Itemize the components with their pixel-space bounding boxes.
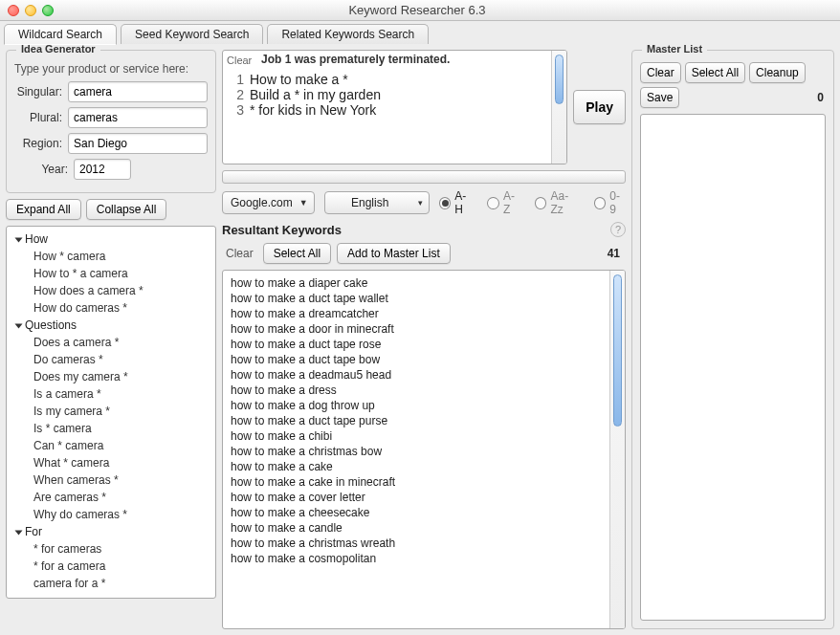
result-item[interactable]: how to make a deadmau5 head <box>231 367 602 383</box>
result-item[interactable]: how to make a candle <box>231 520 602 536</box>
idea-tree[interactable]: HowHow * cameraHow to * a cameraHow does… <box>6 226 216 599</box>
result-item[interactable]: how to make a duct tape purse <box>231 413 602 428</box>
tab-seed-keyword-search[interactable]: Seed Keyword Search <box>121 24 263 44</box>
query-line[interactable]: 1How to make a * <box>223 72 551 87</box>
line-text: * for kids in New York <box>250 102 551 118</box>
minimize-icon[interactable] <box>25 5 36 16</box>
tree-leaf[interactable]: How do cameras * <box>11 299 211 317</box>
tree-leaf[interactable]: Does my camera * <box>11 368 211 385</box>
tree-leaf[interactable]: How * camera <box>11 248 211 265</box>
line-number: 3 <box>223 102 250 118</box>
tab-wildcard-search[interactable]: Wildcard Search <box>4 24 117 45</box>
result-item[interactable]: how to make a christmas wreath <box>231 536 602 551</box>
play-button[interactable]: Play <box>573 90 626 124</box>
tree-leaf[interactable]: Why do cameras * <box>11 506 211 523</box>
radio-icon <box>487 197 499 209</box>
tree-leaf[interactable]: * for cameras <box>11 540 211 558</box>
result-item[interactable]: how to make a cake <box>231 459 602 474</box>
tree-leaf[interactable]: Is * camera <box>11 420 211 437</box>
tree-leaf[interactable]: How to * a camera <box>11 265 211 282</box>
titlebar: Keyword Researcher 6.3 <box>0 0 840 21</box>
input-plural[interactable] <box>68 107 208 128</box>
result-item[interactable]: how to make a dog throw up <box>231 398 602 413</box>
status-clear-button[interactable]: Clear <box>227 55 252 66</box>
line-text: How to make a * <box>250 72 551 87</box>
master-select-all-button[interactable]: Select All <box>685 62 745 83</box>
range-option[interactable]: 0-9 <box>594 189 626 216</box>
result-item[interactable]: how to make a duct tape bow <box>231 352 602 367</box>
scrollbar-icon[interactable] <box>609 271 625 628</box>
master-list-title: Master List <box>642 43 707 55</box>
language-value: English <box>351 196 388 209</box>
tree-leaf[interactable]: Is a camera * <box>11 385 211 403</box>
master-list-box[interactable] <box>640 114 826 621</box>
result-item[interactable]: how to make a cover letter <box>231 490 602 505</box>
line-number: 1 <box>223 72 250 87</box>
resultant-keywords-list[interactable]: how to make a diaper cakehow to make a d… <box>223 271 609 628</box>
idea-generator-hint: Type your product or service here: <box>14 62 208 76</box>
range-option[interactable]: Aa-Zz <box>535 189 581 216</box>
collapse-all-button[interactable]: Collapse All <box>86 199 167 220</box>
result-item[interactable]: how to make a dress <box>231 383 602 398</box>
input-singular[interactable] <box>68 81 208 102</box>
help-icon[interactable]: ? <box>610 222 626 237</box>
tree-leaf[interactable]: Are cameras * <box>11 489 211 506</box>
add-to-master-button[interactable]: Add to Master List <box>337 243 451 264</box>
tree-leaf[interactable]: What * camera <box>11 454 211 471</box>
tree-leaf[interactable]: Do cameras * <box>11 351 211 368</box>
tree-leaf[interactable]: Is my camera * <box>11 403 211 420</box>
window-title: Keyword Researcher 6.3 <box>54 3 781 17</box>
close-icon[interactable] <box>8 5 19 16</box>
result-item[interactable]: how to make a duct tape wallet <box>231 291 602 306</box>
language-select[interactable]: English ▾ <box>324 191 430 214</box>
tree-leaf[interactable]: How does a camera * <box>11 282 211 299</box>
result-item[interactable]: how to make a cake in minecraft <box>231 474 602 490</box>
search-engine-select[interactable]: Google.com ▼ <box>222 191 315 214</box>
triangle-down-icon <box>15 237 23 242</box>
radio-icon <box>439 197 452 209</box>
tree-leaf[interactable]: Can * camera <box>11 437 211 454</box>
result-item[interactable]: how to make a door in minecraft <box>231 321 602 337</box>
master-save-button[interactable]: Save <box>640 87 679 108</box>
query-list[interactable]: 1How to make a *2Build a * in my garden3… <box>223 51 551 164</box>
updown-icon: ▾ <box>418 198 423 208</box>
tree-leaf[interactable]: When cameras * <box>11 471 211 489</box>
query-line[interactable]: 2Build a * in my garden <box>223 87 551 102</box>
label-region: Region: <box>14 137 62 150</box>
input-region[interactable] <box>68 133 208 154</box>
resultant-count: 41 <box>608 247 626 260</box>
tree-node[interactable]: How <box>11 230 211 248</box>
result-item[interactable]: how to make a chibi <box>231 428 602 444</box>
zoom-icon[interactable] <box>42 5 54 16</box>
query-line[interactable]: 3* for kids in New York <box>223 102 551 118</box>
master-clear-button[interactable]: Clear <box>640 62 681 83</box>
range-label: Aa-Zz <box>550 189 580 216</box>
tree-node[interactable]: For <box>11 523 211 540</box>
tab-related-keywords-search[interactable]: Related Keywords Search <box>267 24 429 44</box>
label-plural: Plural: <box>14 111 62 124</box>
result-item[interactable]: how to make a dreamcatcher <box>231 306 602 321</box>
master-cleanup-button[interactable]: Cleanup <box>749 62 806 83</box>
status-message: Job 1 was prematurely terminated. <box>261 53 450 66</box>
job-status-box: Clear Job 1 was prematurely terminated. … <box>222 50 567 164</box>
range-option[interactable]: A-H <box>439 189 475 216</box>
input-year[interactable] <box>74 159 131 180</box>
result-item[interactable]: how to make a diaper cake <box>231 275 602 291</box>
progress-bar <box>222 170 626 184</box>
result-item[interactable]: how to make a christmas bow <box>231 444 602 459</box>
expand-all-button[interactable]: Expand All <box>6 199 81 220</box>
tree-node[interactable]: Questions <box>11 317 211 334</box>
range-option[interactable]: A-Z <box>487 189 520 216</box>
tree-leaf[interactable]: camera for a * <box>11 575 211 592</box>
radio-icon <box>535 197 547 209</box>
resultant-title: Resultant Keywords <box>222 223 342 237</box>
resultant-select-all-button[interactable]: Select All <box>263 243 331 264</box>
result-item[interactable]: how to make a cheesecake <box>231 505 602 520</box>
result-item[interactable]: how to make a cosmopolitan <box>231 551 602 566</box>
scrollbar-icon[interactable] <box>551 51 566 164</box>
tree-leaf[interactable]: Does a camera * <box>11 334 211 351</box>
resultant-clear[interactable]: Clear <box>222 247 257 260</box>
triangle-down-icon <box>15 323 23 328</box>
result-item[interactable]: how to make a duct tape rose <box>231 337 602 352</box>
tree-leaf[interactable]: * for a camera <box>11 558 211 575</box>
